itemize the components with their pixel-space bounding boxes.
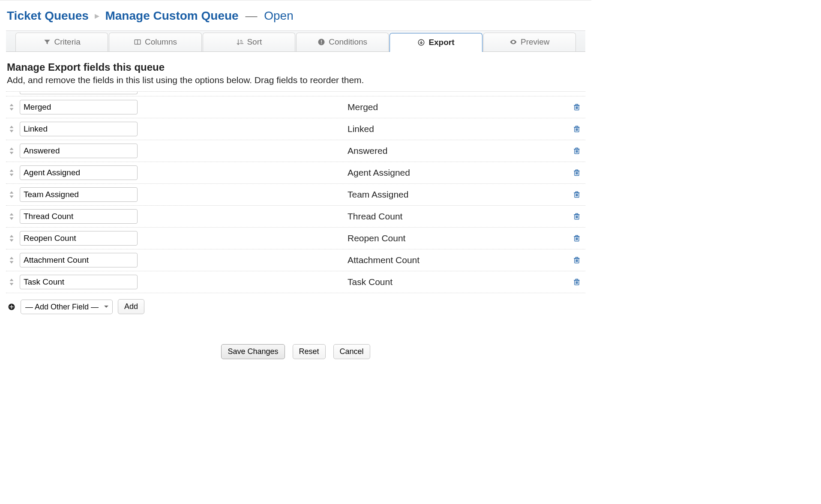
drag-handle-icon[interactable] [8, 213, 15, 220]
add-field-row: — Add Other Field — Add [6, 293, 585, 314]
svg-rect-7 [321, 40, 322, 43]
trash-icon[interactable] [572, 125, 584, 133]
field-heading-input[interactable] [20, 253, 138, 267]
field-source-label: Merged [348, 102, 568, 112]
section-title: Manage Export fields this queue [7, 61, 585, 73]
trash-icon[interactable] [572, 278, 584, 286]
svg-point-11 [513, 42, 514, 43]
field-row: Attachment Count [6, 249, 585, 271]
field-source-label: Task Count [348, 277, 568, 287]
tab-sort[interactable]: Sort [203, 33, 295, 51]
svg-marker-36 [10, 169, 14, 172]
svg-marker-60 [10, 235, 14, 237]
field-row: Answered [6, 140, 585, 162]
svg-marker-77 [10, 283, 14, 285]
chevron-right-icon: ▸ [95, 10, 99, 21]
tab-label: Sort [247, 37, 262, 47]
svg-marker-20 [10, 126, 14, 128]
save-changes-button[interactable]: Save Changes [221, 344, 285, 359]
tab-columns[interactable]: Columns [109, 33, 201, 51]
field-heading-input[interactable] [20, 122, 138, 136]
trash-icon[interactable] [572, 103, 584, 111]
form-actions: Save Changes Reset Cancel [6, 344, 585, 359]
field-source-label: Answered [348, 146, 568, 156]
field-source-label: Team Assigned [348, 189, 568, 200]
trash-icon[interactable] [572, 168, 584, 177]
trash-icon[interactable] [572, 234, 584, 243]
svg-marker-29 [10, 152, 14, 154]
add-other-field-select[interactable]: — Add Other Field — [21, 300, 113, 314]
field-heading-input[interactable] [20, 187, 138, 202]
field-row: Agent Assigned [6, 162, 585, 184]
export-fields-table: MergedLinkedAnsweredAgent AssignedTeam A… [6, 91, 585, 293]
plus-circle-icon [8, 303, 15, 311]
download-icon [417, 39, 425, 46]
svg-marker-52 [10, 213, 14, 216]
svg-marker-28 [10, 147, 14, 150]
svg-marker-21 [10, 130, 14, 132]
tab-criteria[interactable]: Criteria [15, 33, 108, 51]
field-heading-input[interactable] [20, 275, 138, 289]
drag-handle-icon[interactable] [8, 169, 15, 177]
drag-handle-icon[interactable] [8, 191, 15, 198]
breadcrumb-current: Manage Custom Queue [105, 9, 238, 22]
field-row: Merged [6, 96, 585, 118]
svg-marker-68 [10, 257, 14, 259]
section-description: Add, and remove the fields in this list … [7, 75, 585, 85]
svg-marker-12 [10, 104, 14, 106]
trash-icon[interactable] [572, 256, 584, 264]
svg-marker-13 [10, 108, 14, 111]
trash-icon[interactable] [572, 212, 584, 221]
field-source-label: Agent Assigned [348, 168, 568, 178]
drag-handle-icon[interactable] [8, 103, 15, 111]
drag-handle-icon[interactable] [8, 125, 15, 133]
field-heading-input[interactable] [20, 144, 138, 158]
svg-marker-76 [10, 279, 14, 281]
tab-preview[interactable]: Preview [483, 33, 576, 51]
svg-rect-8 [321, 43, 322, 44]
field-heading-input[interactable] [20, 165, 138, 180]
tab-label: Conditions [329, 37, 367, 47]
svg-rect-83 [576, 279, 578, 280]
svg-rect-51 [576, 192, 578, 193]
svg-marker-37 [10, 174, 14, 176]
tab-export[interactable]: Export [390, 33, 482, 52]
svg-rect-19 [576, 104, 578, 105]
eye-icon [509, 38, 517, 46]
tab-label: Columns [145, 37, 177, 47]
field-source-label: Linked [348, 124, 568, 134]
field-heading-input[interactable] [20, 100, 138, 114]
tab-bar: CriteriaColumnsSortConditionsExportPrevi… [6, 30, 585, 52]
sort-icon [236, 38, 243, 46]
breadcrumb-root-link[interactable]: Ticket Queues [7, 9, 89, 22]
breadcrumb-separator: — [245, 9, 257, 22]
tab-label: Criteria [54, 37, 81, 47]
drag-handle-icon[interactable] [8, 234, 15, 242]
field-source-label: Thread Count [348, 211, 568, 222]
field-heading-input[interactable] [20, 209, 138, 224]
drag-handle-icon[interactable] [8, 278, 15, 286]
drag-handle-icon[interactable] [8, 147, 15, 155]
trash-icon[interactable] [572, 190, 584, 199]
drag-handle-icon[interactable] [8, 256, 15, 264]
columns-icon [134, 38, 141, 46]
trash-icon[interactable] [572, 147, 584, 155]
svg-rect-59 [576, 213, 578, 215]
svg-marker-61 [10, 239, 14, 242]
field-row: Team Assigned [6, 184, 585, 206]
svg-rect-75 [576, 257, 578, 258]
reset-button[interactable]: Reset [293, 344, 326, 359]
svg-marker-45 [10, 195, 14, 198]
tab-conditions[interactable]: Conditions [296, 33, 389, 51]
filter-icon [43, 38, 51, 46]
tab-label: Preview [521, 37, 550, 47]
add-button[interactable]: Add [118, 299, 144, 314]
breadcrumb: Ticket Queues ▸ Manage Custom Queue — Op… [6, 9, 585, 23]
field-heading-input[interactable] [20, 231, 138, 246]
svg-rect-35 [576, 148, 578, 149]
svg-rect-27 [576, 126, 578, 127]
field-row: Reopen Count [6, 228, 585, 249]
svg-marker-53 [10, 217, 14, 220]
queue-status: Open [264, 9, 294, 22]
cancel-button[interactable]: Cancel [333, 344, 370, 359]
